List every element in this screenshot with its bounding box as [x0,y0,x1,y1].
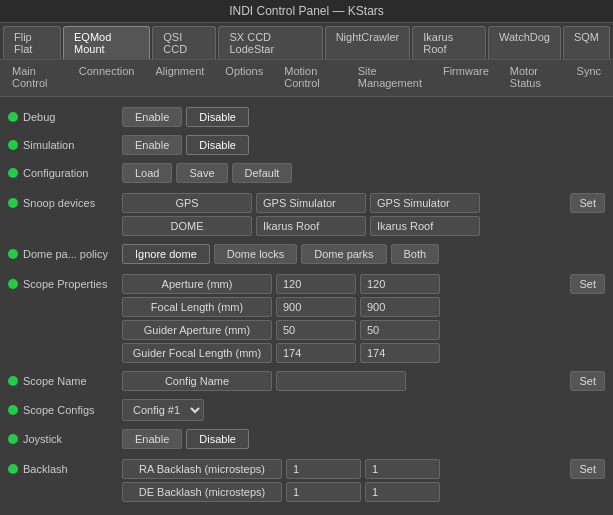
snoop-set-button[interactable]: Set [570,193,605,213]
scope-properties-label-group: Scope Properties [8,278,118,290]
tab-motor-status[interactable]: Motor Status [500,60,566,96]
snoop-dome-val1[interactable] [256,216,366,236]
scope-aperture-val2[interactable] [360,274,440,294]
tab-sync[interactable]: Sync [567,60,611,96]
scope-guider-focal-val1[interactable] [276,343,356,363]
snoop-dome-row: DOME [122,216,566,236]
main-content: Debug Enable Disable Simulation Enable D… [0,97,613,515]
backlash-ra-val1[interactable] [286,459,361,479]
panel-tab-bar: Main Control Connection Alignment Option… [0,60,613,97]
tab-motion-control[interactable]: Motion Control [274,60,346,96]
scope-configs-select[interactable]: Config #1 [122,399,204,421]
scope-aperture-row: Aperture (mm) [122,274,566,294]
scope-name-row: Scope Name Config Name Set [6,367,607,395]
snoop-dome-val2[interactable] [370,216,480,236]
device-tab-flip-flat[interactable]: Flip Flat [3,26,61,59]
scope-configs-row: Scope Configs Config #1 [6,395,607,425]
scope-aperture-label: Aperture (mm) [122,274,272,294]
backlash-set-button[interactable]: Set [570,459,605,479]
backlash-de-label: DE Backlash (microsteps) [122,482,282,502]
simulation-label: Simulation [23,139,74,151]
device-tab-qsi-ccd[interactable]: QSI CCD [152,26,216,59]
configuration-indicator [8,168,18,178]
dome-ignore-button[interactable]: Ignore dome [122,244,210,264]
scope-guider-focal-row: Guider Focal Length (mm) [122,343,566,363]
scope-name-label: Scope Name [23,375,87,387]
scope-guider-apt-label: Guider Aperture (mm) [122,320,272,340]
device-tab-sx-ccd-lodestar[interactable]: SX CCD LodeStar [218,26,322,59]
scope-properties-label: Scope Properties [23,278,107,290]
snoop-label-group: Snoop devices [8,197,118,209]
snoop-gps-val1[interactable] [256,193,366,213]
tab-firmware[interactable]: Firmware [433,60,499,96]
configuration-default-button[interactable]: Default [232,163,293,183]
dome-locks-button[interactable]: Dome locks [214,244,297,264]
title-bar: INDI Control Panel — KStars [0,0,613,23]
dome-parks-button[interactable]: Dome parks [301,244,386,264]
snoop-gps-row: GPS [122,193,566,213]
snoop-indicator [8,198,18,208]
scope-properties-block: Aperture (mm) Focal Length (mm) Guider A… [122,274,566,363]
device-tab-watchdog[interactable]: WatchDog [488,26,561,59]
device-tab-eqmod-mount[interactable]: EQMod Mount [63,26,150,59]
scope-configs-indicator [8,405,18,415]
joystick-indicator [8,434,18,444]
backlash-de-row: DE Backlash (microsteps) [122,482,566,502]
scope-guider-focal-val2[interactable] [360,343,440,363]
scope-configs-label: Scope Configs [23,404,95,416]
scope-properties-set-button[interactable]: Set [570,274,605,294]
dome-policy-label: Dome pa... policy [23,248,108,260]
simulation-row: Simulation Enable Disable [6,131,607,159]
simulation-label-group: Simulation [8,139,118,151]
dome-both-button[interactable]: Both [391,244,440,264]
device-tab-ikarus-roof[interactable]: Ikarus Roof [412,26,486,59]
scope-focal-val1[interactable] [276,297,356,317]
simulation-enable-button[interactable]: Enable [122,135,182,155]
backlash-indicator [8,464,18,474]
backlash-ra-val2[interactable] [365,459,440,479]
scope-config-name-field: Config Name [122,371,272,391]
tab-connection[interactable]: Connection [69,60,145,96]
scope-configs-label-group: Scope Configs [8,404,118,416]
tab-options[interactable]: Options [215,60,273,96]
device-tab-bar: Flip Flat EQMod Mount QSI CCD SX CCD Lod… [0,23,613,60]
scope-name-set-button[interactable]: Set [570,371,605,391]
configuration-load-button[interactable]: Load [122,163,172,183]
snoop-gps-name: GPS [122,193,252,213]
dome-policy-indicator [8,249,18,259]
joystick-label: Joystick [23,433,62,445]
joystick-disable-button[interactable]: Disable [186,429,249,449]
scope-name-indicator [8,376,18,386]
scope-name-value-input[interactable] [276,371,406,391]
backlash-ra-label: RA Backlash (microsteps) [122,459,282,479]
tab-site-management[interactable]: Site Management [348,60,432,96]
device-tab-sqm[interactable]: SQM [563,26,610,59]
backlash-de-val2[interactable] [365,482,440,502]
joystick-row: Joystick Enable Disable [6,425,607,453]
snoop-block: GPS DOME [122,193,566,236]
window-title: INDI Control Panel — KStars [229,4,384,18]
device-tab-nightcrawler[interactable]: NightCrawler [325,26,411,59]
simulation-disable-button[interactable]: Disable [186,135,249,155]
configuration-save-button[interactable]: Save [176,163,227,183]
scope-focal-row: Focal Length (mm) [122,297,566,317]
configuration-row: Configuration Load Save Default [6,159,607,187]
scope-focal-val2[interactable] [360,297,440,317]
scope-guider-apt-val1[interactable] [276,320,356,340]
tab-main-control[interactable]: Main Control [2,60,68,96]
backlash-row: Backlash RA Backlash (microsteps) DE Bac… [6,453,607,506]
scope-guider-apt-val2[interactable] [360,320,440,340]
scope-name-label-group: Scope Name [8,375,118,387]
debug-enable-button[interactable]: Enable [122,107,182,127]
scope-guider-apt-row: Guider Aperture (mm) [122,320,566,340]
backlash-ra-row: RA Backlash (microsteps) [122,459,566,479]
debug-label-group: Debug [8,111,118,123]
joystick-enable-button[interactable]: Enable [122,429,182,449]
debug-indicator [8,112,18,122]
joystick-label-group: Joystick [8,433,118,445]
scope-aperture-val1[interactable] [276,274,356,294]
snoop-gps-val2[interactable] [370,193,480,213]
debug-disable-button[interactable]: Disable [186,107,249,127]
tab-alignment[interactable]: Alignment [145,60,214,96]
backlash-de-val1[interactable] [286,482,361,502]
